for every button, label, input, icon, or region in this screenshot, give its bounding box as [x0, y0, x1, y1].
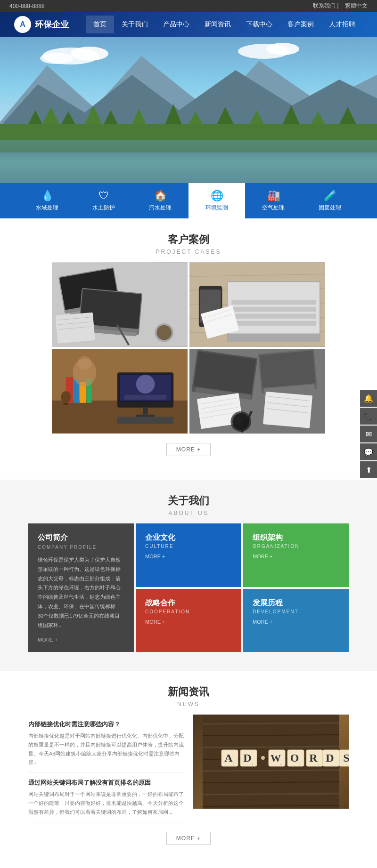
about-section: 关于我们 ABOUT US 公司简介 COMPANY PROFILE 绿色环保是…: [0, 480, 377, 671]
side-btn-notification[interactable]: 🔔: [360, 390, 377, 407]
nav-item-about[interactable]: 关于我们: [114, 16, 156, 33]
side-btn-message[interactable]: ✉: [360, 426, 377, 442]
svg-point-3: [40, 53, 73, 64]
tab-solid-waste[interactable]: 🧪 固废处理: [302, 183, 358, 218]
cases-title: 客户案例 PROJECT CASES: [0, 218, 377, 262]
about-title: 关于我们 ABOUT US: [0, 480, 377, 523]
svg-rect-51: [231, 321, 316, 326]
logo[interactable]: A 环保企业: [14, 16, 69, 33]
tab-water-domain[interactable]: 💧 水域处理: [19, 183, 75, 218]
svg-rect-73: [61, 391, 71, 403]
svg-point-110: [261, 756, 265, 760]
tab-air[interactable]: 🏭 空气处理: [245, 183, 302, 218]
svg-text:2: 2: [252, 763, 255, 766]
news-list: 内部链接优化时需注意哪些内容？ 内部链接优化越是对于网站内部链接进行优化化。内部…: [28, 715, 184, 822]
svg-text:S: S: [343, 752, 349, 764]
about-card-coop[interactable]: 战略合作 COOPERATION MORE +: [136, 589, 241, 652]
header: A 环保企业 首页 关于我们 产品中心 新闻资讯 下载中心 客户案例 人才招聘: [0, 12, 377, 37]
nav-item-download[interactable]: 下载中心: [238, 16, 280, 33]
svg-rect-24: [0, 138, 377, 153]
svg-text:D: D: [326, 752, 336, 764]
news-more-container: MORE +: [0, 832, 377, 845]
svg-text:1: 1: [299, 763, 303, 766]
svg-text:1: 1: [318, 763, 321, 766]
svg-rect-74: [64, 403, 68, 405]
svg-rect-68: [117, 417, 173, 424]
news-ad-image: A D W O R D S: [193, 715, 349, 809]
logo-icon: A: [14, 16, 31, 33]
case-img-4[interactable]: [189, 349, 325, 434]
service-tabs: 💧 水域处理 🛡 水土防护 🏠 污水处理 🌐 环境监测 🏭 空气处理 🧪 固废处…: [0, 183, 377, 218]
news-title: 新闻资讯 NEWS: [0, 671, 377, 715]
top-bar: 400-888-8888 联系我们 | 繁體中文: [0, 0, 377, 12]
news-more-btn[interactable]: MORE +: [166, 832, 211, 845]
side-btn-phone[interactable]: 📞: [360, 408, 377, 425]
svg-line-104: [203, 794, 339, 795]
case-img-3[interactable]: [52, 349, 188, 434]
svg-text:4: 4: [280, 763, 284, 766]
nav-item-hr[interactable]: 人才招聘: [321, 16, 363, 33]
side-btn-top[interactable]: ⬆: [360, 461, 377, 478]
about-main-card: 公司简介 COMPANY PROFILE 绿色环保是保护人类为了保护大自然形采取…: [28, 523, 134, 652]
about-card-culture[interactable]: 企业文化 CULTURE MORE +: [136, 523, 241, 587]
svg-rect-83: [260, 351, 316, 388]
svg-rect-50: [231, 314, 316, 319]
svg-rect-67: [136, 415, 155, 417]
about-card-org[interactable]: 组织架构 ORGANIZATION MORE +: [243, 523, 349, 587]
svg-text:1: 1: [233, 763, 237, 766]
cases-more-btn[interactable]: MORE +: [166, 443, 211, 456]
news-section: 新闻资讯 NEWS 内部链接优化时需注意哪些内容？ 内部链接优化越是对于网站内部…: [0, 671, 377, 868]
svg-point-5: [266, 43, 299, 55]
news-item-2[interactable]: 通过网站关键词布局了解没有首页排名的原因 网站关键词布局对于一个网站来说是非常重…: [28, 773, 184, 822]
cases-more-container: MORE +: [0, 443, 377, 456]
cases-section: 客户案例 PROJECT CASES: [0, 218, 377, 480]
tab-soil-protect[interactable]: 🛡 水土防护: [75, 183, 132, 218]
side-btn-chat[interactable]: 💬: [360, 443, 377, 460]
tab-env-monitor[interactable]: 🌐 环境监测: [188, 183, 245, 218]
side-floating-btns: 🔔 📞 ✉ 💬 ⬆: [360, 390, 377, 478]
tab-sewage[interactable]: 🏠 污水处理: [132, 183, 188, 218]
svg-line-98: [203, 723, 339, 724]
case-img-1[interactable]: [52, 262, 188, 347]
lang-link[interactable]: 繁體中文: [345, 2, 368, 9]
svg-line-102: [203, 770, 339, 771]
about-main-title: 公司简介: [38, 533, 124, 543]
svg-point-76: [78, 356, 92, 370]
main-nav: 首页 关于我们 产品中心 新闻资讯 下载中心 客户案例 人才招聘: [86, 16, 363, 33]
logo-text: 环保企业: [35, 19, 69, 30]
case-img-2[interactable]: [189, 262, 325, 347]
svg-point-96: [232, 413, 249, 430]
hero-banner: [0, 37, 377, 183]
svg-rect-66: [143, 408, 148, 415]
svg-rect-48: [231, 300, 316, 305]
phone-number: 400-888-8888: [9, 3, 45, 9]
about-card-dev[interactable]: 发展历程 DEVELOPMENT MORE +: [243, 589, 349, 652]
news-grid: 内部链接优化时需注意哪些内容？ 内部链接优化越是对于网站内部链接进行优化化。内部…: [28, 715, 349, 822]
nav-item-news[interactable]: 新闻资讯: [197, 16, 238, 33]
contact-link[interactable]: 联系我们: [313, 2, 336, 9]
svg-rect-49: [231, 307, 316, 312]
svg-point-2: [71, 47, 108, 61]
svg-point-64: [136, 375, 155, 394]
svg-rect-65: [124, 395, 166, 400]
cases-grid: [52, 262, 325, 434]
svg-point-39: [156, 325, 172, 340]
svg-rect-25: [0, 136, 377, 140]
about-main-more[interactable]: MORE +: [38, 637, 124, 643]
about-main-content: 绿色环保是保护人类为了保护大自然形采取的一种行为。这是绿色环保标志的大父母，标志…: [38, 555, 124, 630]
svg-line-100: [203, 747, 339, 747]
news-item-1[interactable]: 内部链接优化时需注意哪些内容？ 内部链接优化越是对于网站内部链接进行优化化。内部…: [28, 715, 184, 773]
nav-item-products[interactable]: 产品中心: [156, 16, 197, 33]
about-main-subtitle: COMPANY PROFILE: [38, 545, 124, 550]
nav-item-home[interactable]: 首页: [86, 16, 114, 33]
about-grid: 公司简介 COMPANY PROFILE 绿色环保是保护人类为了保护大自然形采取…: [28, 523, 349, 652]
nav-item-cases[interactable]: 客户案例: [280, 16, 321, 33]
